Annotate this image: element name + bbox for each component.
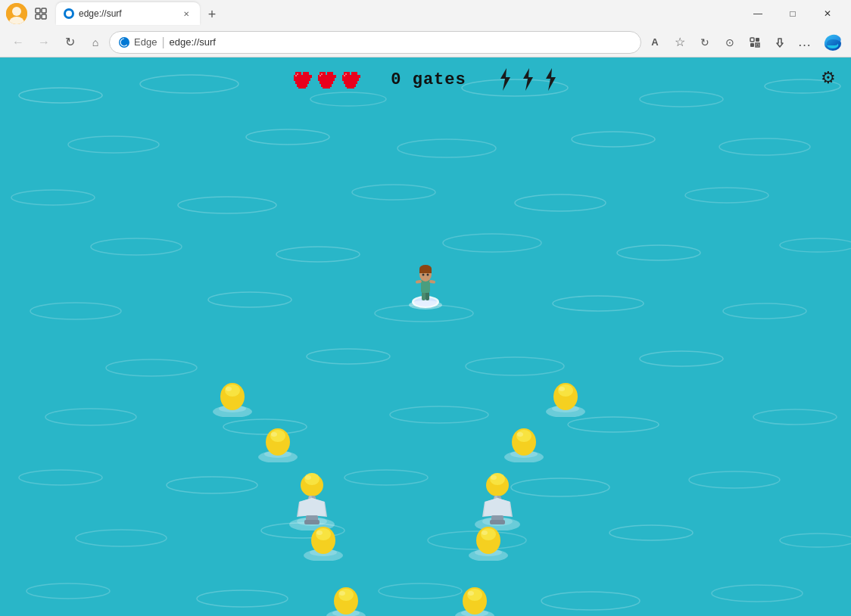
buoy-left-4 — [326, 587, 367, 616]
svg-point-51 — [511, 478, 609, 496]
svg-point-59 — [197, 590, 288, 607]
game-area[interactable]: 0 gates ⚙ — [0, 58, 851, 616]
back-button[interactable]: ← — [6, 30, 30, 54]
heart-2 — [316, 70, 336, 89]
svg-rect-90 — [333, 75, 336, 78]
address-input-box[interactable]: Edge | edge://surf — [109, 31, 641, 54]
svg-point-160 — [316, 530, 323, 535]
buoy-right-2 — [503, 428, 545, 465]
svg-point-39 — [106, 359, 197, 376]
svg-point-165 — [339, 591, 345, 596]
game-hud: 0 gates — [0, 68, 851, 91]
edge-favicon — [119, 37, 129, 48]
svg-rect-79 — [297, 73, 298, 75]
svg-point-142 — [271, 432, 277, 437]
svg-point-27 — [515, 194, 606, 211]
svg-rect-113 — [347, 86, 350, 89]
svg-point-62 — [712, 585, 803, 602]
svg-point-17 — [640, 92, 723, 107]
minimize-button[interactable]: — — [740, 0, 775, 27]
svg-rect-87 — [324, 75, 327, 78]
svg-point-198 — [468, 591, 474, 596]
profile-avatar — [6, 3, 27, 24]
svg-marker-151 — [298, 498, 312, 516]
svg-point-45 — [390, 406, 488, 423]
edge-logo[interactable] — [821, 30, 845, 54]
svg-rect-9 — [756, 38, 759, 42]
tab-close-button[interactable]: ✕ — [180, 8, 192, 20]
svg-rect-130 — [419, 269, 432, 273]
svg-rect-97 — [321, 73, 323, 75]
svg-point-42 — [640, 351, 723, 366]
svg-rect-102 — [354, 72, 357, 75]
svg-rect-6 — [42, 14, 46, 19]
tab-title: edge://surf — [79, 8, 176, 19]
svg-point-170 — [559, 387, 565, 391]
svg-rect-115 — [345, 73, 347, 75]
svg-rect-74 — [295, 81, 309, 84]
svg-point-56 — [609, 525, 693, 540]
svg-rect-72 — [309, 75, 312, 78]
waves-svg — [0, 58, 851, 616]
svg-point-22 — [572, 132, 655, 147]
svg-point-41 — [466, 357, 564, 375]
bolt-3 — [542, 68, 559, 91]
svg-rect-4 — [42, 8, 46, 13]
svg-point-131 — [422, 274, 425, 276]
window-controls: — □ ✕ — [740, 0, 845, 27]
favorites-button[interactable]: ☆ — [668, 30, 692, 54]
svg-point-147 — [305, 475, 311, 480]
svg-point-34 — [30, 303, 121, 319]
toolbar-right: A ☆ ↻ ⊙ … — [643, 30, 845, 54]
maximize-button[interactable]: □ — [775, 0, 810, 27]
collections-button[interactable] — [30, 3, 51, 24]
svg-point-50 — [344, 470, 428, 485]
svg-point-31 — [443, 234, 541, 252]
svg-point-48 — [19, 470, 102, 485]
hearts-display — [292, 70, 360, 89]
new-tab-button[interactable]: + — [201, 4, 223, 25]
forward-button[interactable]: → — [32, 30, 56, 54]
svg-point-53 — [76, 530, 167, 546]
close-button[interactable]: ✕ — [810, 0, 845, 27]
svg-rect-73 — [294, 78, 310, 81]
svg-rect-78 — [303, 86, 306, 89]
svg-rect-105 — [348, 75, 351, 78]
svg-rect-114 — [351, 86, 354, 89]
svg-point-24 — [11, 190, 95, 205]
home-button[interactable]: ⌂ — [83, 30, 108, 54]
svg-rect-91 — [318, 78, 335, 81]
extensions-button[interactable] — [743, 30, 767, 54]
address-separator: | — [161, 36, 164, 49]
profile-button[interactable] — [6, 3, 27, 24]
svg-rect-5 — [36, 14, 40, 19]
svg-rect-108 — [357, 75, 360, 78]
more-button[interactable]: … — [793, 30, 817, 54]
svg-rect-70 — [303, 75, 306, 78]
share-button[interactable] — [768, 30, 792, 54]
browser-sync-button[interactable]: ↻ — [693, 30, 717, 54]
svg-point-19 — [68, 136, 159, 153]
history-button[interactable]: ⊙ — [718, 30, 742, 54]
address-bar: ← → ↻ ⌂ Edge | edge://surf A ☆ ↻ ⊙ — [0, 27, 851, 58]
svg-point-20 — [246, 129, 329, 145]
heart-3 — [341, 70, 360, 89]
svg-marker-119 — [546, 68, 556, 91]
svg-point-28 — [685, 188, 768, 203]
gate-left — [288, 462, 337, 534]
read-aloud-button[interactable]: A — [643, 30, 667, 54]
svg-point-30 — [276, 247, 360, 262]
address-site-label: Edge — [134, 36, 157, 48]
active-tab[interactable]: edge://surf ✕ — [56, 2, 200, 25]
svg-point-57 — [780, 534, 851, 547]
refresh-button[interactable]: ↻ — [58, 30, 82, 54]
settings-button[interactable]: ⚙ — [821, 68, 836, 88]
svg-rect-100 — [347, 72, 350, 75]
svg-rect-95 — [323, 86, 326, 89]
surfer-character — [407, 258, 444, 314]
tab-bar: edge://surf ✕ + — [56, 2, 734, 25]
wave-background — [0, 58, 851, 616]
share-icon — [774, 36, 786, 48]
buoy-right-3 — [468, 527, 510, 564]
heart-1 — [292, 70, 312, 89]
